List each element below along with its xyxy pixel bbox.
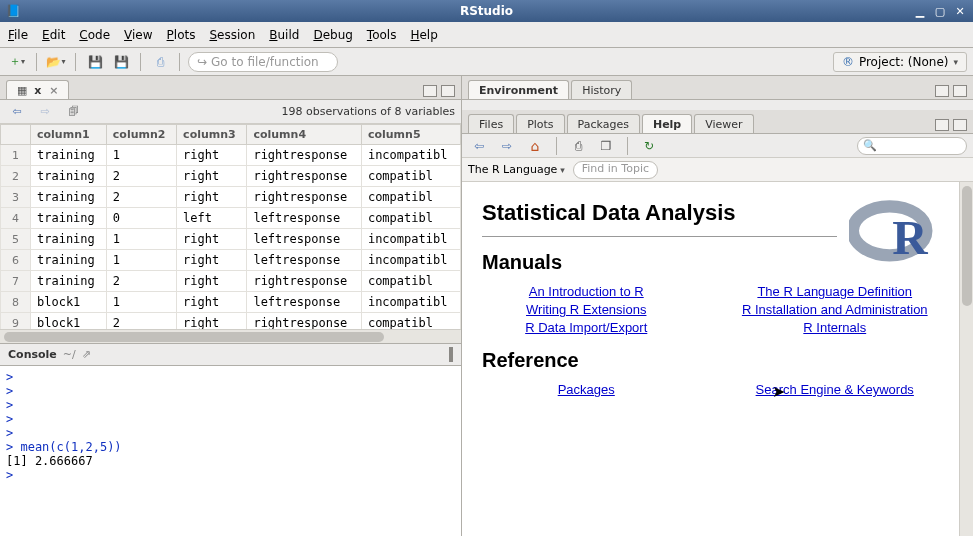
goto-file-input[interactable]: ↪ Go to file/function (188, 52, 338, 72)
window-title: RStudio (460, 4, 513, 18)
main-toolbar: ＋▾ 📂▾ 💾 💾 ⎙ ↪ Go to file/function ® Proj… (0, 48, 973, 76)
table-row[interactable]: 5training1rightleftresponseincompatibl (1, 229, 461, 250)
help-link[interactable]: R Data Import/Export (482, 320, 691, 335)
help-link[interactable]: R Installation and Administration (731, 302, 940, 317)
help-home-button[interactable] (524, 135, 546, 157)
menubar: FileEditCodeViewPlotsSessionBuildDebugTo… (0, 22, 973, 48)
help-pane: FilesPlotsPackagesHelpViewer The R Langu… (462, 110, 973, 536)
help-refresh-button[interactable] (638, 135, 660, 157)
filter-button[interactable]: 🗐 (62, 101, 84, 123)
menu-file[interactable]: File (8, 28, 28, 42)
find-in-topic-input[interactable]: Find in Topic (573, 161, 658, 179)
r-logo: R (849, 194, 939, 264)
env-minimize-button[interactable] (935, 85, 949, 97)
table-row[interactable]: 7training2rightrightresponsecompatibl (1, 271, 461, 292)
maximize-pane-button[interactable] (441, 85, 455, 97)
console-line: > (6, 468, 455, 482)
source-tabbar: ▦ x × (0, 76, 461, 100)
svg-text:R: R (892, 210, 928, 265)
maximize-button[interactable]: ▢ (933, 4, 947, 18)
save-all-button[interactable]: 💾 (110, 51, 132, 73)
project-icon: ® (842, 55, 854, 69)
help-back-button[interactable] (468, 135, 490, 157)
source-status: 198 observations of 8 variables (282, 105, 455, 118)
console-body[interactable]: >>>>>> mean(c(1,2,5))[1] 2.666667> (0, 366, 461, 536)
console-line: > (6, 412, 455, 426)
help-link[interactable]: The R Language Definition (731, 284, 940, 299)
menu-help[interactable]: Help (410, 28, 437, 42)
print-button[interactable]: ⎙ (149, 51, 171, 73)
minimize-button[interactable]: ▁ (913, 4, 927, 18)
menu-session[interactable]: Session (209, 28, 255, 42)
console-line: > (6, 370, 455, 384)
console-line: > (6, 398, 455, 412)
data-grid[interactable]: column1column2column3column4column51trai… (0, 124, 461, 329)
nav-back-button[interactable] (6, 101, 28, 123)
nav-forward-button[interactable] (34, 101, 56, 123)
console-maximize-button[interactable] (451, 347, 453, 362)
tab-files[interactable]: Files (468, 114, 514, 133)
br-maximize-button[interactable] (953, 119, 967, 131)
tab-plots[interactable]: Plots (516, 114, 564, 133)
tab-viewer[interactable]: Viewer (694, 114, 753, 133)
save-button[interactable]: 💾 (84, 51, 106, 73)
column-header[interactable]: column5 (361, 125, 460, 145)
help-link[interactable]: An Introduction to R (482, 284, 691, 299)
table-row[interactable]: 9block12rightrightresponsecompatibl (1, 313, 461, 330)
menu-edit[interactable]: Edit (42, 28, 65, 42)
console-pane: Console ~/ ⇗ >>>>>> mean(c(1,2,5))[1] 2.… (0, 344, 461, 536)
help-reference-heading: Reference (482, 349, 939, 372)
table-icon: ▦ (17, 84, 27, 97)
goto-arrow-icon: ↪ (197, 55, 207, 69)
help-link[interactable]: Packages (482, 382, 691, 397)
source-toolbar: 🗐 198 observations of 8 variables (0, 100, 461, 124)
tab-environment[interactable]: Environment (468, 80, 569, 99)
console-line: > (6, 384, 455, 398)
menu-build[interactable]: Build (269, 28, 299, 42)
table-row[interactable]: 2training2rightrightresponsecompatibl (1, 166, 461, 187)
help-forward-button[interactable] (496, 135, 518, 157)
console-path: ~/ (63, 348, 76, 361)
help-search-input[interactable] (857, 137, 967, 155)
project-menu[interactable]: ® Project: (None) ▾ (833, 52, 967, 72)
column-header[interactable]: column3 (177, 125, 247, 145)
console-line: > (6, 426, 455, 440)
help-scrollbar[interactable] (959, 182, 973, 536)
open-file-button[interactable]: 📂▾ (45, 51, 67, 73)
table-row[interactable]: 4training0leftleftresponsecompatibl (1, 208, 461, 229)
tab-history[interactable]: History (571, 80, 632, 99)
menu-tools[interactable]: Tools (367, 28, 397, 42)
column-header[interactable]: column4 (247, 125, 362, 145)
help-link[interactable]: Writing R Extensions (482, 302, 691, 317)
minimize-pane-button[interactable] (423, 85, 437, 97)
column-header[interactable]: column2 (106, 125, 176, 145)
table-row[interactable]: 1training1rightrightresponseincompatibl (1, 145, 461, 166)
help-popout-button[interactable] (595, 135, 617, 157)
menu-debug[interactable]: Debug (313, 28, 352, 42)
new-file-button[interactable]: ＋▾ (6, 51, 28, 73)
table-row[interactable]: 8block11rightleftresponseincompatibl (1, 292, 461, 313)
env-pane: EnvironmentHistory (462, 76, 973, 110)
tab-packages[interactable]: Packages (567, 114, 640, 133)
table-row[interactable]: 3training2rightrightresponsecompatibl (1, 187, 461, 208)
menu-code[interactable]: Code (79, 28, 110, 42)
env-maximize-button[interactable] (953, 85, 967, 97)
close-tab-icon[interactable]: × (49, 84, 58, 97)
help-link[interactable]: Search Engine & Keywords (731, 382, 940, 397)
console-path-icon[interactable]: ⇗ (82, 348, 91, 361)
menu-plots[interactable]: Plots (167, 28, 196, 42)
console-title: Console (8, 348, 57, 361)
horizontal-scrollbar[interactable] (0, 329, 461, 343)
help-link[interactable]: R Internals (731, 320, 940, 335)
console-line: [1] 2.666667 (6, 454, 455, 468)
console-line: > mean(c(1,2,5)) (6, 440, 455, 454)
column-header[interactable]: column1 (31, 125, 107, 145)
source-tab-x[interactable]: ▦ x × (6, 80, 69, 99)
menu-view[interactable]: View (124, 28, 152, 42)
close-button[interactable]: ✕ (953, 4, 967, 18)
tab-help[interactable]: Help (642, 114, 692, 133)
help-topic-dropdown[interactable]: The R Language (468, 163, 565, 176)
help-print-button[interactable] (567, 135, 589, 157)
table-row[interactable]: 6training1rightleftresponseincompatibl (1, 250, 461, 271)
br-minimize-button[interactable] (935, 119, 949, 131)
